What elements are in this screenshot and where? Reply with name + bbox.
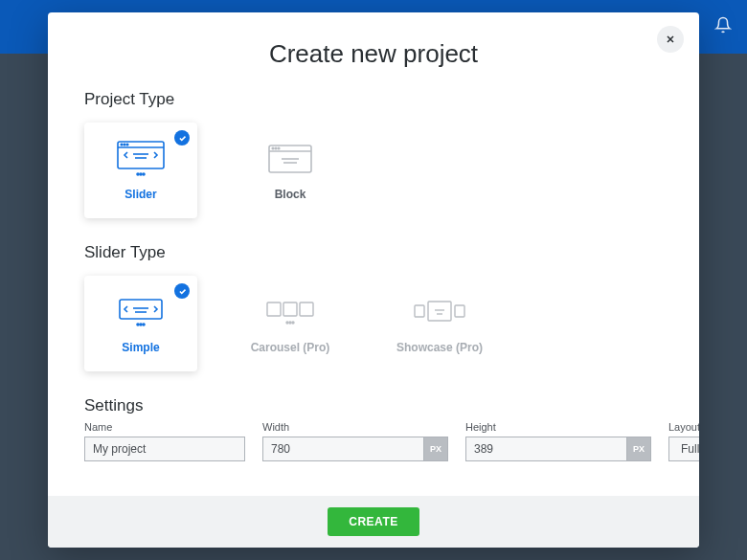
slider-type-carousel: Carousel (Pro) — [234, 276, 347, 371]
width-input[interactable] — [262, 437, 423, 461]
svg-point-8 — [140, 173, 142, 175]
project-type-block[interactable]: Block — [234, 123, 347, 218]
layout-select[interactable]: Full width — [668, 437, 699, 461]
modal-footer: CREATE — [48, 496, 699, 548]
svg-point-2 — [121, 144, 123, 146]
svg-point-21 — [140, 324, 142, 325]
create-project-modal: Create new project Project Type — [48, 12, 699, 548]
project-type-options: Slider Block — [84, 123, 663, 218]
settings-row: Name Width PX Height PX Layout — [84, 421, 663, 461]
svg-rect-31 — [455, 305, 464, 317]
svg-rect-17 — [120, 300, 162, 319]
svg-rect-23 — [267, 302, 281, 316]
block-icon — [267, 140, 313, 178]
width-label: Width — [262, 421, 448, 433]
settings-heading: Settings — [84, 396, 663, 415]
svg-point-9 — [143, 173, 145, 175]
name-label: Name — [84, 421, 245, 433]
height-label: Height — [465, 421, 651, 433]
showcase-icon — [411, 293, 468, 331]
close-button[interactable] — [657, 26, 684, 53]
svg-point-14 — [278, 147, 280, 149]
svg-point-27 — [289, 322, 291, 324]
svg-point-13 — [275, 147, 277, 149]
svg-rect-29 — [415, 305, 424, 317]
svg-point-22 — [143, 324, 145, 325]
project-type-slider[interactable]: Slider — [84, 123, 197, 218]
card-label: Slider — [124, 188, 156, 201]
width-field: Width PX — [262, 421, 448, 461]
simple-slider-icon — [116, 293, 166, 331]
check-icon — [174, 283, 190, 299]
svg-point-3 — [124, 144, 125, 146]
card-label: Block — [275, 188, 306, 201]
width-unit: PX — [423, 437, 448, 461]
name-input[interactable] — [84, 437, 245, 461]
carousel-icon — [264, 293, 316, 331]
card-label: Showcase (Pro) — [396, 341, 483, 354]
slider-type-heading: Slider Type — [84, 243, 663, 262]
name-field: Name — [84, 421, 245, 461]
svg-point-20 — [137, 324, 139, 325]
svg-point-4 — [126, 144, 128, 146]
project-type-heading: Project Type — [84, 90, 663, 109]
svg-rect-30 — [428, 302, 451, 321]
check-icon — [174, 130, 190, 146]
height-unit: PX — [626, 437, 651, 461]
layout-label: Layout — [668, 421, 699, 433]
height-input[interactable] — [465, 437, 626, 461]
svg-rect-25 — [300, 302, 313, 316]
slider-type-options: Simple Carousel (Pro) — [84, 276, 663, 371]
svg-rect-24 — [283, 302, 297, 316]
slider-type-simple[interactable]: Simple — [84, 276, 197, 371]
slider-type-showcase: Showcase (Pro) — [383, 276, 496, 371]
height-field: Height PX — [465, 421, 651, 461]
layout-field: Layout Full width — [668, 421, 699, 461]
svg-point-12 — [272, 147, 274, 149]
bell-icon[interactable] — [714, 16, 732, 37]
modal-title: Create new project — [84, 39, 663, 69]
card-label: Carousel (Pro) — [251, 341, 330, 354]
create-button[interactable]: CREATE — [328, 507, 419, 536]
svg-point-26 — [286, 322, 288, 324]
card-label: Simple — [122, 341, 159, 354]
svg-point-28 — [292, 322, 294, 324]
svg-point-7 — [137, 173, 139, 175]
slider-icon — [116, 140, 166, 178]
